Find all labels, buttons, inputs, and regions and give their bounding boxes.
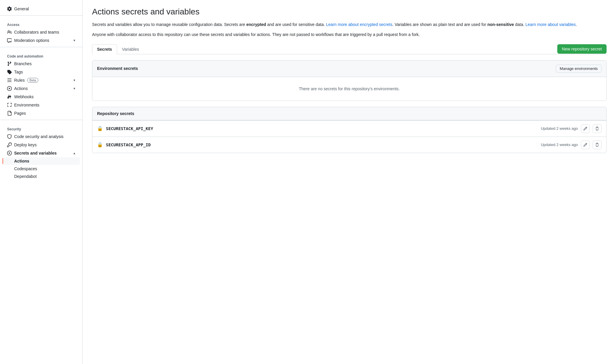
link-encrypted-secrets[interactable]: Learn more about encrypted secrets: [326, 22, 392, 27]
beta-badge: Beta: [27, 78, 39, 83]
shield-icon: [7, 134, 12, 139]
main-content: Actions secrets and variables Secrets an…: [83, 0, 616, 364]
repository-secrets-card: Repository secrets 🔒 SECURESTACK_API_KEY…: [92, 107, 607, 153]
tabs-container: Secrets Variables: [92, 44, 144, 54]
sub-item-codespaces-label: Codespaces: [14, 166, 37, 171]
sidebar-item-rules[interactable]: Rules Beta ▾: [2, 76, 80, 84]
secret-delete-button-0[interactable]: [593, 124, 602, 133]
comment-icon: [7, 38, 12, 43]
deploy-keys-label: Deploy keys: [14, 142, 37, 147]
section-code-automation: Code and automation: [0, 50, 82, 60]
section-security: Security: [0, 122, 82, 132]
sidebar-item-pages[interactable]: Pages: [2, 109, 80, 117]
environments-label: Environments: [14, 103, 40, 107]
play-icon: [7, 86, 12, 91]
sidebar-item-moderation[interactable]: Moderation options ▾: [2, 36, 80, 45]
sub-item-dependabot-label: Dependabot: [14, 174, 37, 179]
code-security-label: Code security and analysis: [14, 134, 63, 139]
secret-edit-button-1[interactable]: [581, 140, 590, 149]
sidebar-item-code-security[interactable]: Code security and analysis: [2, 132, 80, 141]
sidebar-item-deploy-keys[interactable]: Deploy keys: [2, 141, 80, 149]
asterisk-icon: [7, 151, 12, 155]
sidebar-item-environments[interactable]: Environments: [2, 101, 80, 109]
divider-access: [0, 15, 82, 16]
rules-label: Rules: [14, 78, 25, 83]
description-1: Secrets and variables allow you to manag…: [92, 21, 607, 28]
secret-name-1: SECURESTACK_APP_ID: [106, 142, 151, 147]
manage-environments-button[interactable]: Manage environments: [556, 65, 602, 73]
rules-icon: [7, 78, 12, 83]
webhooks-label: Webhooks: [14, 94, 34, 99]
secret-name-0: SECURESTACK_API_KEY: [106, 126, 153, 131]
grid-icon: [7, 103, 12, 107]
sidebar: General Access Collaborators and teams M…: [0, 0, 83, 364]
secret-row-1: 🔒 SECURESTACK_APP_ID Updated 2 weeks ago: [92, 137, 606, 153]
sidebar-item-webhooks[interactable]: Webhooks: [2, 93, 80, 101]
secret-left-1: 🔒 SECURESTACK_APP_ID: [97, 142, 151, 147]
rules-chevron-icon: ▾: [73, 78, 75, 82]
divider-code: [0, 47, 82, 47]
divider-security: [0, 120, 82, 120]
secret-left-0: 🔒 SECURESTACK_API_KEY: [97, 126, 153, 131]
secret-right-1: Updated 2 weeks ago: [541, 140, 602, 149]
pages-label: Pages: [14, 111, 26, 116]
tabs-row: Secrets Variables New repository secret: [92, 44, 607, 54]
section-access: Access: [0, 18, 82, 28]
secret-updated-1: Updated 2 weeks ago: [541, 142, 578, 147]
page-icon: [7, 111, 12, 116]
actions-chevron-icon: ▾: [73, 86, 75, 91]
tag-icon: [7, 70, 12, 74]
branches-label: Branches: [14, 61, 32, 66]
key-icon: [7, 142, 12, 147]
repository-secrets-header: Repository secrets: [92, 107, 606, 120]
sidebar-item-branches[interactable]: Branches: [2, 60, 80, 68]
webhook-icon: [7, 94, 12, 99]
sub-item-actions-wrapper: Actions: [0, 157, 82, 165]
environment-secrets-card: Environment secrets Manage environments …: [92, 60, 607, 101]
gear-icon: [7, 6, 12, 11]
tab-variables[interactable]: Variables: [117, 44, 144, 54]
environment-secrets-header: Environment secrets Manage environments: [92, 60, 606, 77]
secret-row-0: 🔒 SECURESTACK_API_KEY Updated 2 weeks ag…: [92, 120, 606, 137]
secret-updated-0: Updated 2 weeks ago: [541, 126, 578, 131]
sidebar-item-secrets-variables[interactable]: Secrets and variables ▴: [2, 149, 80, 157]
tags-label: Tags: [14, 70, 23, 74]
tab-secrets[interactable]: Secrets: [92, 44, 117, 54]
repository-secrets-title: Repository secrets: [97, 111, 134, 116]
sidebar-item-collaborators[interactable]: Collaborators and teams: [2, 28, 80, 36]
people-icon: [7, 30, 12, 35]
secret-right-0: Updated 2 weeks ago: [541, 124, 602, 133]
sidebar-item-general[interactable]: General: [2, 5, 80, 13]
moderation-label: Moderation options: [14, 38, 49, 43]
environment-secrets-empty: There are no secrets for this repository…: [92, 77, 606, 101]
collaborators-label: Collaborators and teams: [14, 30, 59, 35]
actions-label: Actions: [14, 86, 28, 91]
secret-edit-button-0[interactable]: [581, 124, 590, 133]
sub-item-actions[interactable]: Actions: [2, 157, 80, 165]
sidebar-item-tags[interactable]: Tags: [2, 68, 80, 76]
sub-item-dependabot[interactable]: Dependabot: [2, 173, 80, 180]
sub-item-codespaces[interactable]: Codespaces: [2, 165, 80, 173]
moderation-chevron-icon: ▾: [73, 38, 75, 42]
environment-secrets-title: Environment secrets: [97, 66, 138, 71]
secrets-variables-label: Secrets and variables: [14, 151, 57, 155]
lock-icon-0: 🔒: [97, 126, 103, 131]
branch-icon: [7, 61, 12, 66]
new-repository-secret-button[interactable]: New repository secret: [557, 44, 607, 54]
page-title: Actions secrets and variables: [92, 7, 607, 17]
description-2: Anyone with collaborator access to this …: [92, 31, 607, 38]
sidebar-item-actions[interactable]: Actions ▾: [2, 84, 80, 93]
secrets-chevron-icon: ▴: [73, 151, 75, 155]
lock-icon-1: 🔒: [97, 142, 103, 147]
sub-item-actions-label: Actions: [14, 159, 29, 163]
link-variables[interactable]: Learn more about variables: [525, 22, 576, 27]
sidebar-general-label: General: [14, 6, 29, 11]
secret-delete-button-1[interactable]: [593, 140, 602, 149]
